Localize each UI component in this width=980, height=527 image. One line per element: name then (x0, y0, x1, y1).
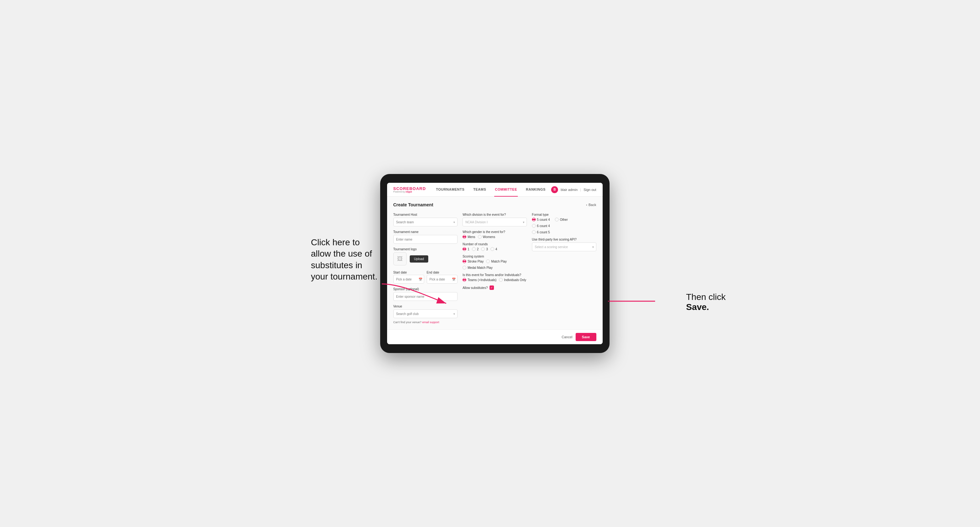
r3-radio[interactable] (481, 247, 485, 251)
match-play[interactable]: Match Play (486, 259, 506, 263)
substitutes-checkbox[interactable]: ✓ (490, 286, 494, 290)
r4-radio[interactable] (490, 247, 494, 251)
end-date-label: End date (427, 271, 439, 274)
name-input[interactable] (393, 235, 458, 244)
stroke-radio[interactable] (463, 259, 466, 263)
division-select[interactable]: NCAA Division I (463, 217, 527, 227)
format-other[interactable]: Other (555, 217, 568, 221)
upload-button[interactable]: Upload (410, 256, 429, 263)
annotation-left: Click here to allow the use of substitut… (311, 237, 380, 283)
substitutes-label: Allow substitutes? (463, 286, 488, 290)
sign-out-link[interactable]: Sign out (584, 188, 596, 192)
substitutes-checkbox-item: Allow substitutes? ✓ (463, 286, 527, 290)
page-header: Create Tournament ‹ Back (393, 202, 597, 207)
nav-user: B blair admin | Sign out (551, 186, 596, 193)
nav-link-committee[interactable]: COMMITTEE (494, 183, 518, 197)
teams-radio[interactable] (463, 278, 466, 282)
page-content: Create Tournament ‹ Back Tournament Host (387, 197, 603, 329)
host-input[interactable] (393, 217, 458, 227)
scoring-api-label: Use third-party live scoring API? (532, 238, 597, 241)
gender-womens[interactable]: Womens (478, 235, 495, 239)
rounds-label: Number of rounds (463, 243, 527, 246)
logo-powered: Powered by clippd (393, 190, 426, 193)
division-select-wrapper: NCAA Division I (463, 217, 527, 227)
venue-select-wrapper (393, 310, 458, 318)
medal-radio[interactable] (463, 266, 466, 270)
scoring-api-group: Use third-party live scoring API? Select… (532, 238, 597, 251)
other-radio[interactable] (555, 217, 558, 221)
arrow-left-icon (379, 281, 448, 306)
user-name: blair admin (560, 188, 578, 192)
division-group: Which division is the event for? NCAA Di… (463, 213, 527, 227)
r1-radio[interactable] (463, 247, 466, 251)
back-button[interactable]: ‹ Back (586, 203, 596, 206)
logo-area: SCOREBOARD Powered by clippd (393, 187, 426, 193)
start-date-label: Start date (393, 271, 407, 274)
event-type-group: Is this event for Teams and/or Individua… (463, 273, 527, 282)
tournament-name-group: Tournament name (393, 230, 458, 244)
format-row-3: 6 count 5 (532, 230, 597, 234)
format-5count4[interactable]: 5 count 4 (532, 217, 550, 221)
nav-link-rankings[interactable]: RANKINGS (525, 183, 546, 197)
division-label: Which division is the event for? (463, 213, 527, 216)
scoring-api-select-wrapper: Select a scoring service (532, 243, 597, 251)
host-select-wrapper (393, 217, 458, 227)
round-1[interactable]: 1 (463, 247, 469, 251)
event-type-radio-group: Teams (+Individuals) Individuals Only (463, 278, 527, 282)
r2-radio[interactable] (472, 247, 476, 251)
individuals-radio[interactable] (499, 278, 503, 282)
stroke-play[interactable]: Stroke Play (463, 259, 484, 263)
tablet-screen: SCOREBOARD Powered by clippd TOURNAMENTS… (387, 183, 603, 344)
avatar: B (551, 186, 558, 193)
logo-label: Tournament logo (393, 248, 458, 251)
cancel-button[interactable]: Cancel (562, 335, 573, 339)
6count5-radio[interactable] (532, 230, 536, 234)
form-col-1: Tournament Host Tournament name Tourname… (393, 213, 458, 324)
email-support-link[interactable]: email support (422, 321, 439, 324)
rounds-radio-group: 1 2 3 (463, 247, 527, 251)
format-type-group: Format type 5 count 4 Other (532, 213, 597, 234)
venue-help: Can't find your venue? email support (393, 321, 458, 324)
venue-input[interactable] (393, 310, 458, 318)
scoring-radio-group: Stroke Play Match Play Medal Match Play (463, 259, 527, 270)
calendar-icon: 📅 (418, 278, 422, 281)
6count4-radio[interactable] (532, 224, 536, 228)
gender-mens[interactable]: Mens (463, 235, 475, 239)
scoring-system-label: Scoring system (463, 255, 527, 258)
rounds-group: Number of rounds 1 2 (463, 243, 527, 251)
format-6count5[interactable]: 6 count 5 (532, 230, 550, 234)
scoring-system-group: Scoring system Stroke Play Match Play (463, 255, 527, 270)
individuals-event[interactable]: Individuals Only (499, 278, 526, 282)
tablet-frame: SCOREBOARD Powered by clippd TOURNAMENTS… (380, 174, 609, 353)
mens-radio[interactable] (463, 235, 466, 239)
teams-event[interactable]: Teams (+Individuals) (463, 278, 496, 282)
format-6count4[interactable]: 6 count 4 (532, 224, 550, 228)
round-2[interactable]: 2 (472, 247, 479, 251)
tournament-host-group: Tournament Host (393, 213, 458, 227)
substitutes-group: Allow substitutes? ✓ (463, 286, 527, 290)
nav-link-tournaments[interactable]: TOURNAMENTS (435, 183, 465, 197)
host-label: Tournament Host (393, 213, 458, 216)
form-col-3: Format type 5 count 4 Other (532, 213, 597, 324)
tournament-logo-group: Tournament logo 🖼 Upload (393, 248, 458, 265)
nav-links: TOURNAMENTS TEAMS COMMITTEE RANKINGS (435, 183, 551, 197)
round-4[interactable]: 4 (490, 247, 497, 251)
womens-radio[interactable] (478, 235, 482, 239)
gender-label: Which gender is the event for? (463, 230, 527, 234)
scoring-api-select[interactable]: Select a scoring service (532, 243, 597, 251)
format-row-1: 5 count 4 Other (532, 217, 597, 221)
match-radio[interactable] (486, 259, 490, 263)
page-title: Create Tournament (393, 202, 433, 207)
save-button[interactable]: Save (576, 333, 597, 341)
annotation-right: Then click Save. (686, 292, 725, 312)
name-label: Tournament name (393, 230, 458, 234)
5count4-radio[interactable] (532, 217, 536, 221)
round-3[interactable]: 3 (481, 247, 488, 251)
venue-group: Venue Can't find your venue? email suppo… (393, 305, 458, 324)
format-row-2: 6 count 4 (532, 224, 597, 228)
nav-link-teams[interactable]: TEAMS (473, 183, 487, 197)
form-col-2: Which division is the event for? NCAA Di… (463, 213, 527, 324)
form-grid: Tournament Host Tournament name Tourname… (393, 213, 597, 324)
medal-match-play[interactable]: Medal Match Play (463, 266, 492, 270)
logo-scoreboard: SCOREBOARD (393, 187, 426, 190)
